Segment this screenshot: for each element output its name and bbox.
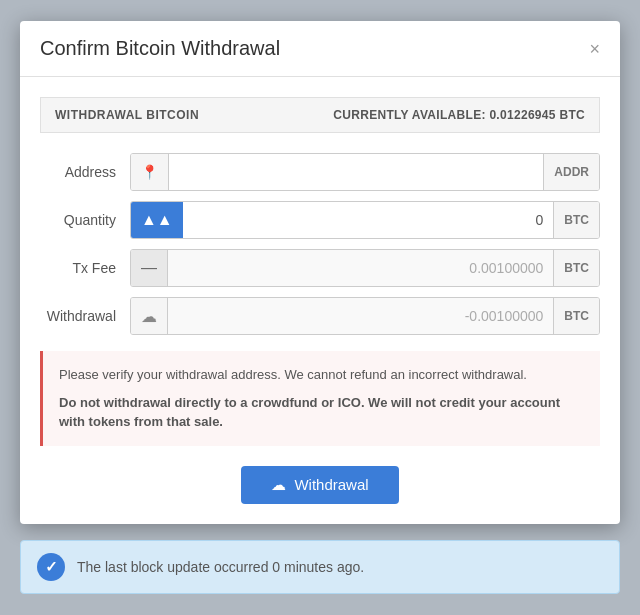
withdrawal-row: Withdrawal ☁ BTC <box>40 297 600 335</box>
withdrawal-row-label: Withdrawal <box>40 308 130 324</box>
status-check-icon: ✓ <box>37 553 65 581</box>
warning-text2: Do not withdrawal directly to a crowdfun… <box>59 393 584 432</box>
address-label: Address <box>40 164 130 180</box>
section-header: WITHDRAWAL BITCOIN CURRENTLY AVAILABLE: … <box>40 97 600 133</box>
txfee-minus-icon: — <box>131 250 168 286</box>
withdrawal-input <box>168 298 553 334</box>
close-button[interactable]: × <box>589 40 600 58</box>
withdrawal-btn-icon: ☁ <box>271 476 286 494</box>
txfee-label: Tx Fee <box>40 260 130 276</box>
address-suffix-btn[interactable]: ADDR <box>543 154 599 190</box>
quantity-row: Quantity ▲▲ BTC <box>40 201 600 239</box>
withdrawal-input-group: ☁ BTC <box>130 297 600 335</box>
txfee-input-group: — BTC <box>130 249 600 287</box>
confirm-withdrawal-modal: Confirm Bitcoin Withdrawal × WITHDRAWAL … <box>20 21 620 524</box>
quantity-input[interactable] <box>183 202 554 238</box>
status-text: The last block update occurred 0 minutes… <box>77 559 364 575</box>
quantity-arrow-icon[interactable]: ▲▲ <box>131 202 183 238</box>
address-pin-icon: 📍 <box>131 154 169 190</box>
address-input[interactable] <box>169 154 543 190</box>
withdrawal-cloud-icon: ☁ <box>131 298 168 334</box>
section-title: WITHDRAWAL BITCOIN <box>55 108 199 122</box>
withdrawal-unit: BTC <box>553 298 599 334</box>
modal-header: Confirm Bitcoin Withdrawal × <box>20 21 620 77</box>
quantity-input-group: ▲▲ BTC <box>130 201 600 239</box>
address-input-group: 📍 ADDR <box>130 153 600 191</box>
quantity-label: Quantity <box>40 212 130 228</box>
txfee-input <box>168 250 553 286</box>
withdrawal-button[interactable]: ☁ Withdrawal <box>241 466 398 504</box>
warning-text1: Please verify your withdrawal address. W… <box>59 367 527 382</box>
txfee-row: Tx Fee — BTC <box>40 249 600 287</box>
section-available: CURRENTLY AVAILABLE: 0.01226945 BTC <box>333 108 585 122</box>
status-bar: ✓ The last block update occurred 0 minut… <box>20 540 620 594</box>
warning-box: Please verify your withdrawal address. W… <box>40 351 600 446</box>
quantity-unit: BTC <box>553 202 599 238</box>
modal-body: WITHDRAWAL BITCOIN CURRENTLY AVAILABLE: … <box>20 77 620 524</box>
withdrawal-btn-label: Withdrawal <box>294 476 368 493</box>
modal-title: Confirm Bitcoin Withdrawal <box>40 37 280 60</box>
address-row: Address 📍 ADDR <box>40 153 600 191</box>
txfee-unit: BTC <box>553 250 599 286</box>
